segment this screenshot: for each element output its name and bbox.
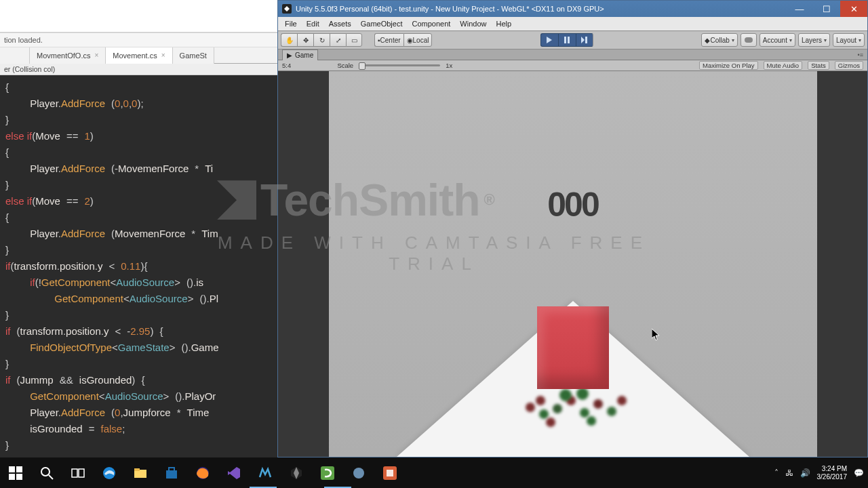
scale-tool-button[interactable]: ⤢ [330, 33, 346, 47]
layout-dropdown[interactable]: Layout [833, 33, 865, 47]
tray-time: 3:24 PM [817, 465, 848, 473]
step-button[interactable] [576, 33, 593, 47]
collab-dropdown[interactable]: ◆ Collab [701, 33, 737, 47]
svg-rect-10 [79, 469, 84, 477]
svg-rect-20 [387, 470, 393, 476]
window-titlebar[interactable]: Unity 5.5.0f3 Personal (64bit) - test.un… [278, 1, 867, 17]
svg-rect-13 [134, 468, 140, 471]
menu-component[interactable]: Component [408, 18, 454, 29]
svg-line-8 [49, 475, 53, 479]
score-text: 000 [547, 185, 597, 224]
system-tray: ˄ 🖧 🔊 3:24 PM 3/26/2017 💬 [774, 458, 869, 488]
menu-help[interactable]: Help [492, 18, 515, 29]
pivot-button[interactable]: ▪ Center [374, 33, 403, 47]
editor-tab-gamest[interactable]: GameSt [173, 47, 214, 64]
code-editor-window: tion loaded. MovmentOfO.cs × Movement.cs… [0, 0, 277, 458]
rotate-tool-button[interactable]: ↻ [313, 33, 330, 47]
close-button[interactable]: ✕ [840, 1, 867, 17]
editor-breadcrumb: er (Collision col) [0, 64, 277, 75]
space-button[interactable]: ◉ Local [403, 33, 433, 47]
code-area[interactable]: { Player.AddForce (0,0,0); } else if(Mov… [0, 75, 277, 458]
start-button[interactable] [0, 458, 31, 488]
tray-clock[interactable]: 3:24 PM 3/26/2017 [817, 465, 848, 481]
close-icon[interactable]: × [94, 52, 98, 59]
tray-chevron-up-icon[interactable]: ˄ [774, 468, 778, 478]
taskbar-firefox[interactable] [187, 458, 218, 488]
menu-file[interactable]: File [281, 18, 301, 29]
pause-button[interactable] [558, 33, 576, 47]
close-icon[interactable]: × [161, 52, 165, 59]
taskbar-recorder[interactable] [374, 458, 406, 488]
taskbar-store[interactable] [156, 458, 187, 488]
editor-toolbar-area [0, 0, 277, 33]
maximize-on-play-button[interactable]: Maximize On Play [699, 61, 758, 70]
scale-value: 1x [446, 62, 452, 69]
account-dropdown[interactable]: Account [760, 33, 795, 47]
window-title: Unity 5.5.0f3 Personal (64bit) - test.un… [296, 5, 604, 13]
taskbar-edge[interactable] [94, 458, 125, 488]
cloud-icon [745, 37, 753, 43]
svg-rect-1 [568, 37, 570, 43]
svg-rect-2 [585, 37, 587, 43]
svg-rect-17 [321, 466, 334, 480]
tab-label: MovmentOfO.cs [37, 52, 90, 60]
svg-rect-5 [9, 474, 15, 480]
menu-edit[interactable]: Edit [302, 18, 323, 29]
editor-tab-movmentofo[interactable]: MovmentOfO.cs × [30, 47, 106, 64]
stats-button[interactable]: Stats [808, 61, 829, 70]
maximize-button[interactable]: ☐ [813, 1, 840, 17]
game-tab[interactable]: ▶ Game [282, 49, 318, 60]
svg-rect-0 [564, 37, 566, 43]
tab-label: Movement.cs [113, 52, 157, 60]
game-render-area: 000 [329, 71, 817, 457]
cloud-button[interactable] [741, 33, 757, 47]
play-button[interactable] [540, 33, 558, 47]
game-tab-header: ▶ Game •≡ [278, 49, 867, 60]
unity-toolbar: ✋ ✥ ↻ ⤢ ▭ ▪ Center ◉ Local ◆ Collab Acco… [278, 30, 867, 49]
scale-slider[interactable] [359, 64, 440, 66]
tab-label: GameSt [180, 52, 207, 60]
svg-point-7 [41, 468, 50, 476]
aspect-dropdown[interactable]: 5:4 [282, 62, 291, 69]
gizmos-button[interactable]: Gizmos [835, 61, 863, 70]
editor-tab-bar: MovmentOfO.cs × Movement.cs × GameSt [0, 47, 277, 64]
windows-taskbar: ˄ 🖧 🔊 3:24 PM 3/26/2017 💬 [0, 458, 868, 488]
editor-tab-movement[interactable]: Movement.cs × [106, 47, 172, 64]
svg-rect-15 [169, 468, 174, 471]
tray-network-icon[interactable]: 🖧 [785, 468, 793, 478]
svg-rect-9 [72, 469, 77, 477]
svg-rect-6 [16, 474, 22, 480]
task-view-button[interactable] [62, 458, 94, 488]
move-tool-button[interactable]: ✥ [297, 33, 313, 47]
unity-icon [282, 4, 292, 14]
menu-gameobject[interactable]: GameObject [357, 18, 407, 29]
game-toolbar: 5:4 Scale 1x Maximize On Play Mute Audio… [278, 60, 867, 71]
search-button[interactable] [31, 458, 62, 488]
hand-tool-button[interactable]: ✋ [281, 33, 297, 47]
player-cube [537, 306, 609, 389]
transform-tool-group: ✋ ✥ ↻ ⤢ ▭ [281, 33, 362, 47]
mute-audio-button[interactable]: Mute Audio [764, 61, 803, 70]
minimize-button[interactable]: — [786, 1, 813, 17]
taskbar-vs[interactable] [218, 458, 250, 488]
tray-notifications-icon[interactable]: 💬 [854, 468, 864, 478]
layers-dropdown[interactable]: Layers [798, 33, 830, 47]
tab-options-icon[interactable]: •≡ [858, 52, 863, 58]
svg-rect-4 [16, 466, 22, 472]
scale-label: Scale [337, 62, 353, 69]
taskbar-unity[interactable] [281, 458, 312, 488]
game-viewport[interactable]: 000 [278, 71, 867, 457]
menu-assets[interactable]: Assets [325, 18, 355, 29]
tray-volume-icon[interactable]: 🔊 [800, 468, 810, 478]
menu-window[interactable]: Window [456, 18, 490, 29]
taskbar-explorer[interactable] [125, 458, 156, 488]
editor-tab-partial[interactable] [0, 47, 30, 64]
taskbar-app[interactable] [343, 458, 374, 488]
unity-window: Unity 5.5.0f3 Personal (64bit) - test.un… [277, 0, 868, 458]
menu-bar: File Edit Assets GameObject Component Wi… [278, 17, 867, 30]
tray-date: 3/26/2017 [817, 473, 848, 481]
taskbar-camtasia[interactable] [312, 458, 343, 488]
taskbar-mono[interactable] [250, 458, 281, 488]
svg-rect-3 [9, 466, 15, 472]
rect-tool-button[interactable]: ▭ [346, 33, 362, 47]
